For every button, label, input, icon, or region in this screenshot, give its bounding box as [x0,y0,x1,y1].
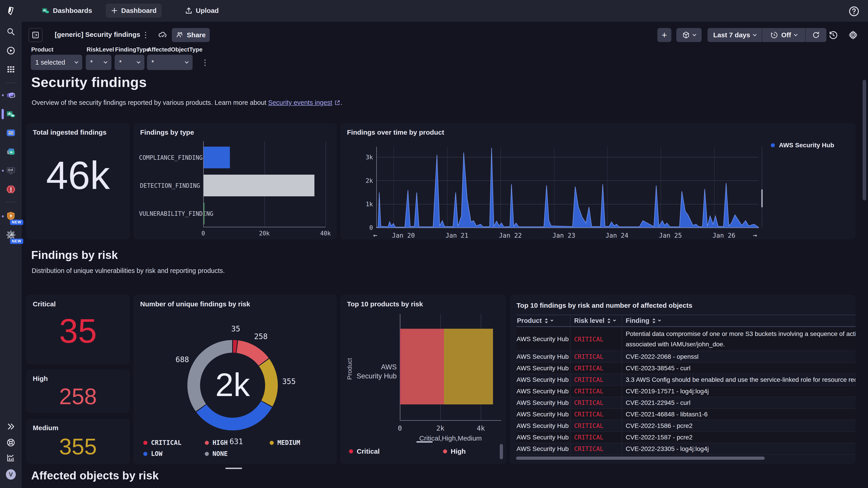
app-icon-dashboards[interactable] [6,109,16,119]
chevron-down-icon [185,60,189,64]
auto-refresh-dropdown[interactable]: Off [762,28,805,42]
sort-icon[interactable] [652,318,656,324]
bar-vulnerability_finding[interactable] [204,203,205,224]
share-button[interactable]: Share [172,28,210,42]
column-header-finding[interactable]: Finding [622,315,856,326]
stacked-bar-aws-security-hub[interactable] [400,329,493,404]
chevron-down-icon[interactable] [613,319,616,322]
app-icon-workflows[interactable] [6,90,16,100]
dashboard-board-icon[interactable] [29,28,42,42]
finding-line: CVE-2022-1587 - pcre2 [626,434,856,441]
legend-dot [771,143,775,147]
donut-mini-scrollbar[interactable] [225,468,242,469]
search-icon[interactable] [6,27,16,37]
findings-over-time-chart[interactable]: 01k2k3kJan 20Jan 21Jan 22Jan 23Jan 24Jan… [340,123,856,239]
table-row[interactable]: AWS Security HubCRITICAL3.3 AWS Config s… [517,374,856,386]
legend-item-critical[interactable]: CRITICAL [143,439,205,447]
legend-dot [143,452,147,456]
svg-text:Jan 25: Jan 25 [659,232,682,239]
table-row[interactable]: AWS Security HubCRITICALCVE-2021-22945 -… [517,397,856,409]
filter-affectedobjecttype-select[interactable]: * [147,55,193,70]
user-avatar[interactable]: V [6,469,16,480]
cell-product: AWS Security Hub [517,409,570,420]
table-row[interactable]: AWS Security HubCRITICALCVE-2022-2068 - … [517,351,856,363]
cell-product: AWS Security Hub [517,328,570,351]
section-title-findings-by-risk: Findings by risk [31,249,118,262]
filter-findingtype-select[interactable]: * [115,55,145,70]
tab-upload[interactable]: Upload [180,4,224,18]
legend-item-none[interactable]: NONE [205,450,270,457]
table-row[interactable]: AWS Security HubCRITICALCVE-2022-23305 -… [517,443,856,455]
segment-high[interactable] [401,329,444,404]
chevron-down-icon[interactable] [550,319,553,322]
scroll-right-arrow[interactable]: → [753,231,757,239]
scroll-left-arrow[interactable]: ← [373,231,377,239]
donut-center-value: 2k [199,366,267,404]
app-icon-problems-alert[interactable] [6,184,16,194]
legend-item-aws-security-hub[interactable]: AWS Security Hub [771,142,834,149]
table-row[interactable]: AWS Security HubCRITICALCVE-2023-38545 -… [517,363,856,374]
products-stacked-bar-chart[interactable]: 02k4kAWS Security HubProductCritical,Hig… [340,295,506,464]
products-legend-scrollbar[interactable] [500,444,503,459]
dashboard-menu-kebab[interactable]: ⋮ [139,29,152,41]
filter-risklevel-select[interactable]: * [86,55,112,70]
segment-medium[interactable] [444,329,493,404]
people-icon [176,31,184,39]
app-icon-clouds[interactable] [6,147,16,157]
table-row[interactable]: AWS Security HubCRITICALCVE-2021-46848 -… [517,409,856,420]
refresh-button[interactable] [806,28,827,42]
filter-affectedobjecttype-value: * [151,59,154,66]
avatar-initial: V [9,471,13,478]
column-header-risk-level[interactable]: Risk level [570,315,622,326]
legend-label: AWS Security Hub [779,142,834,149]
findings-by-type-chart[interactable]: 020k40kCOMPLIANCE_FINDINGDETECTION_FINDI… [133,123,337,239]
svg-text:1k: 1k [366,201,373,207]
table-row[interactable]: AWS Security HubCRITICALCVE-2022-1587 - … [517,432,856,443]
history-icon[interactable] [827,29,840,41]
add-tile-button[interactable]: + [657,28,671,42]
legend-scrollbar-thumb[interactable] [761,189,763,207]
table-row[interactable]: AWS Security HubCRITICALCVE-2019-17571 -… [517,386,856,397]
table-horizontal-scrollbar[interactable] [516,457,765,460]
apps-grid-icon[interactable] [6,64,16,74]
bar-detection_finding[interactable] [204,175,314,196]
sort-icon[interactable] [607,318,611,324]
brand-logo-icon [6,6,16,16]
legend-item-medium[interactable]: MEDIUM [270,439,300,447]
products-mini-scrollbar[interactable] [416,441,433,443]
expand-sidebar-icon[interactable] [6,422,16,431]
filters-menu-kebab[interactable]: ⋮ [199,56,211,69]
series-aws-security-hub[interactable] [377,148,758,228]
description-text: Overview of the security findings report… [32,99,268,106]
finding-line: CVE-2022-2068 - openssl [626,353,856,360]
legend-item-critical[interactable]: Critical [349,448,380,455]
legend-item-high[interactable]: HIGH [205,439,270,447]
app-icon-automations[interactable] [6,128,16,138]
filter-product-select[interactable]: 1 selected [31,55,82,70]
page-scrollbar-thumb[interactable] [863,80,866,200]
legend-item-low[interactable]: LOW [143,450,205,457]
tab-dashboards[interactable]: Dashboards [37,4,97,18]
legend-item-high[interactable]: High [443,448,466,455]
chevron-down-icon[interactable] [658,319,661,322]
visual-mode-dropdown[interactable] [676,28,702,42]
column-header-product[interactable]: Product [517,315,570,326]
time-range-dropdown[interactable]: Last 7 days [708,28,762,42]
cloud-sync-icon[interactable] [156,29,169,41]
bar-compliance_finding[interactable] [204,147,230,168]
getting-started-icon[interactable] [6,46,16,56]
table-row[interactable]: AWS Security HubCRITICALPotential data c… [517,328,856,351]
table-row[interactable]: AWS Security HubCRITICALCVE-2022-1586 - … [517,420,856,432]
sort-icon[interactable] [544,318,549,324]
tab-dashboard-current[interactable]: Dashboard [106,4,162,18]
help-lifebuoy-icon[interactable] [6,437,16,448]
usage-chart-icon[interactable] [6,453,16,463]
card-top-products-by-risk: Top 10 products by risk 02k4kAWS Securit… [340,295,506,464]
cell-finding: 3.3 AWS Config should be enabled and use… [622,374,856,385]
app-icon-hosts-monitor[interactable] [6,166,16,175]
help-icon[interactable] [848,5,860,17]
settings-gear-icon[interactable] [846,29,860,41]
auto-refresh-value: Off [781,31,791,39]
products-legend: CriticalHigh [349,448,466,455]
security-events-ingest-link[interactable]: Security events ingest [268,99,332,106]
